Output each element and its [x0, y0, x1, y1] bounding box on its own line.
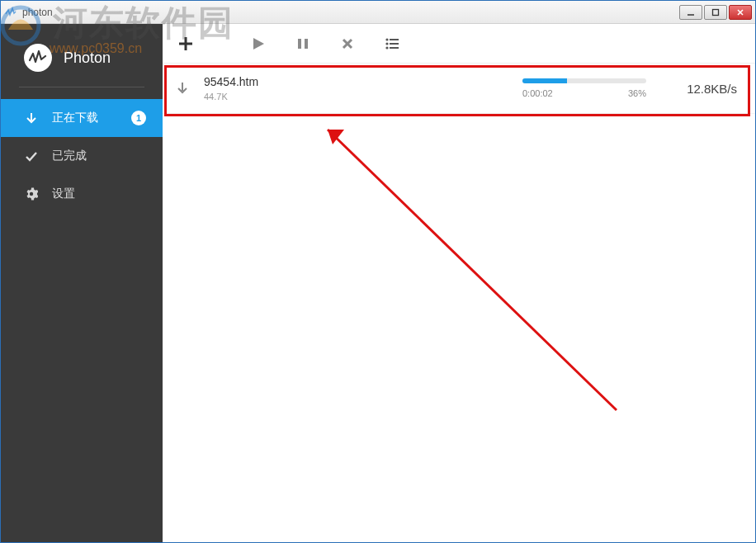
sidebar: Photon 正在下载 1 已完成 设置	[1, 24, 163, 542]
percent-text: 36%	[628, 88, 646, 98]
pause-button[interactable]	[291, 32, 314, 55]
gear-icon	[24, 187, 39, 201]
svg-marker-9	[253, 38, 264, 50]
file-size: 44.7K	[204, 92, 435, 102]
titlebar: photon	[1, 1, 755, 24]
file-name: 95454.htm	[204, 75, 435, 88]
progress-fill	[522, 78, 567, 83]
sidebar-item-label: 已完成	[52, 149, 87, 163]
brand: Photon	[1, 32, 163, 87]
elapsed-time: 0:00:02	[522, 88, 553, 98]
download-list: 95454.htm 44.7K 0:00:02 36%	[163, 64, 755, 542]
svg-rect-10	[298, 39, 301, 49]
sidebar-item-label: 设置	[52, 187, 75, 201]
download-speed: 12.8KB/s	[663, 82, 737, 96]
annotation-arrow	[311, 113, 641, 427]
toolbar	[163, 24, 755, 64]
svg-point-14	[385, 38, 388, 40]
list-button[interactable]	[380, 32, 404, 55]
check-icon	[24, 149, 39, 163]
sidebar-item-downloading[interactable]: 正在下载 1	[1, 99, 163, 137]
sidebar-item-completed[interactable]: 已完成	[1, 137, 163, 175]
minimize-button[interactable]	[679, 5, 702, 20]
download-icon	[24, 111, 39, 125]
sidebar-item-label: 正在下载	[52, 111, 98, 125]
svg-marker-22	[328, 130, 344, 144]
svg-point-16	[385, 42, 388, 45]
app-icon	[4, 6, 17, 19]
badge-count: 1	[131, 111, 146, 125]
close-button[interactable]	[729, 5, 752, 20]
svg-rect-2	[713, 9, 719, 15]
progress-bar	[522, 78, 646, 83]
brand-divider	[19, 87, 144, 87]
svg-rect-19	[390, 47, 399, 49]
cancel-button[interactable]	[336, 32, 359, 55]
main-panel: 95454.htm 44.7K 0:00:02 36%	[163, 24, 755, 542]
svg-rect-15	[390, 39, 399, 40]
download-row[interactable]: 95454.htm 44.7K 0:00:02 36%	[163, 64, 755, 114]
svg-line-21	[328, 130, 617, 410]
svg-rect-17	[390, 43, 399, 45]
add-button[interactable]	[174, 32, 197, 55]
window-title: photon	[22, 7, 679, 18]
brand-label: Photon	[64, 50, 111, 67]
svg-point-18	[385, 46, 388, 49]
maximize-button[interactable]	[704, 5, 727, 20]
svg-rect-11	[305, 39, 308, 49]
start-button[interactable]	[247, 32, 270, 55]
sidebar-item-settings[interactable]: 设置	[1, 175, 163, 213]
app-window: photon Photon	[0, 0, 756, 543]
brand-icon	[24, 44, 52, 72]
svg-point-6	[30, 192, 33, 196]
download-icon	[172, 78, 192, 98]
window-controls	[679, 5, 752, 20]
